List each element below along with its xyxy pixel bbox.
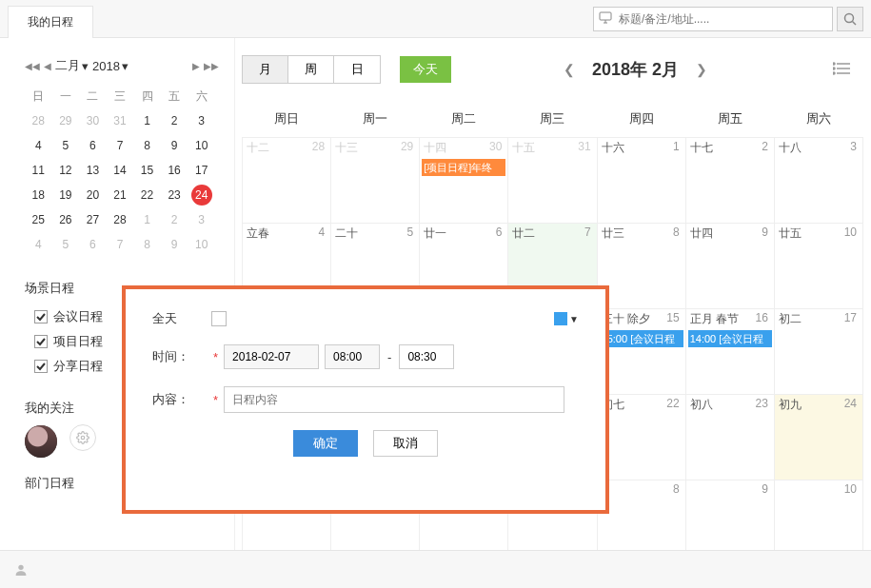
mini-day[interactable]: 4 — [25, 232, 52, 257]
checkbox[interactable] — [34, 360, 48, 373]
mini-day[interactable]: 16 — [161, 158, 188, 183]
mini-day[interactable]: 9 — [161, 133, 188, 158]
day-number: 9 — [762, 225, 768, 239]
mini-day[interactable]: 5 — [52, 133, 80, 158]
mini-day[interactable]: 13 — [79, 158, 107, 183]
color-picker[interactable]: ▼ — [554, 312, 579, 325]
mini-day[interactable]: 1 — [133, 207, 161, 232]
mini-day[interactable]: 12 — [52, 158, 80, 183]
mini-day[interactable]: 25 — [25, 207, 52, 232]
view-month-button[interactable]: 月 — [243, 56, 288, 83]
mini-day[interactable]: 11 — [25, 158, 52, 183]
mini-day[interactable]: 24 — [188, 183, 215, 207]
mini-day[interactable]: 29 — [52, 108, 80, 133]
mini-day[interactable]: 19 — [52, 183, 80, 207]
checkbox[interactable] — [34, 310, 48, 323]
event-chip[interactable]: 14:00 [会议日程 — [688, 330, 772, 347]
start-time-input[interactable] — [325, 344, 380, 369]
view-week-button[interactable]: 周 — [288, 56, 334, 83]
next-month-arrow[interactable]: ▶ — [192, 61, 200, 71]
mini-day[interactable]: 30 — [79, 108, 107, 133]
prev-month-arrow[interactable]: ◀ — [44, 61, 51, 71]
day-number: 29 — [401, 140, 413, 153]
month-select[interactable]: 二月 ▾ — [55, 57, 89, 74]
prev-year-arrow[interactable]: ◀◀ — [25, 61, 40, 71]
content-input[interactable] — [224, 386, 564, 413]
scene-label: 项目日程 — [53, 333, 103, 350]
cancel-button[interactable]: 取消 — [373, 430, 438, 457]
mini-day[interactable]: 22 — [133, 183, 161, 207]
mini-day[interactable]: 23 — [161, 183, 188, 207]
next-month-button[interactable]: ❯ — [696, 62, 707, 77]
day-cell[interactable]: 初八23 — [686, 395, 775, 480]
mini-day[interactable]: 18 — [25, 183, 52, 207]
day-cell[interactable]: 廿三8 — [598, 224, 686, 309]
today-button[interactable]: 今天 — [400, 56, 451, 83]
event-chip[interactable]: 15:00 [会议日程 — [600, 330, 683, 347]
day-cell[interactable]: 十七2 — [686, 138, 775, 224]
day-cell[interactable]: 十三29 — [331, 138, 420, 224]
day-number: 17 — [844, 311, 857, 324]
mini-day[interactable]: 8 — [133, 133, 161, 158]
mini-day[interactable]: 5 — [52, 232, 80, 257]
mini-day[interactable]: 14 — [107, 158, 134, 183]
day-number: 10 — [844, 225, 857, 239]
day-cell[interactable]: 十二28 — [243, 138, 331, 224]
day-cell[interactable]: 十五31 — [508, 138, 597, 224]
mini-day[interactable]: 17 — [188, 158, 215, 183]
mini-weekday: 六 — [188, 84, 215, 108]
mini-day[interactable]: 10 — [188, 232, 215, 257]
mini-day[interactable]: 6 — [79, 232, 107, 257]
mini-day[interactable]: 4 — [25, 133, 52, 158]
mini-day[interactable]: 2 — [161, 108, 188, 133]
next-year-arrow[interactable]: ▶▶ — [204, 61, 219, 71]
search-button[interactable] — [837, 7, 863, 31]
day-cell[interactable]: 十六1 — [598, 138, 686, 224]
mini-day[interactable]: 28 — [107, 207, 134, 232]
view-day-button[interactable]: 日 — [334, 56, 380, 83]
mini-day[interactable]: 26 — [52, 207, 80, 232]
mini-day[interactable]: 8 — [133, 232, 161, 257]
mini-day[interactable]: 3 — [188, 108, 215, 133]
ok-button[interactable]: 确定 — [293, 430, 358, 457]
avatar[interactable] — [25, 425, 57, 458]
svg-point-11 — [833, 72, 835, 74]
day-cell[interactable]: 十八3 — [775, 138, 863, 224]
day-cell[interactable]: 初九24 — [775, 395, 863, 480]
mini-day[interactable]: 15 — [133, 158, 161, 183]
event-chip[interactable]: [项目日程]年终 — [422, 159, 505, 176]
year-select[interactable]: 2018 ▾ — [92, 59, 129, 73]
day-cell[interactable]: 廿四9 — [686, 224, 775, 309]
day-cell[interactable]: 初二17 — [775, 309, 863, 395]
day-number: 8 — [673, 225, 680, 239]
mini-day[interactable]: 10 — [188, 133, 215, 158]
lunar-label: 廿五 — [779, 225, 802, 242]
mini-day[interactable]: 7 — [107, 232, 134, 257]
checkbox[interactable] — [34, 335, 48, 348]
day-cell[interactable]: 三十 除夕1515:00 [会议日程 — [598, 309, 686, 395]
search-input[interactable] — [593, 7, 833, 31]
mini-day[interactable]: 6 — [79, 133, 107, 158]
mini-day[interactable]: 9 — [161, 232, 188, 257]
mini-day[interactable]: 7 — [107, 133, 134, 158]
day-cell[interactable]: 廿五10 — [775, 224, 863, 309]
day-cell[interactable]: 初七22 — [598, 395, 686, 480]
mini-day[interactable]: 3 — [188, 207, 215, 232]
mini-day[interactable]: 20 — [79, 183, 107, 207]
mini-day[interactable]: 2 — [161, 207, 188, 232]
mini-day[interactable]: 1 — [133, 108, 161, 133]
end-time-input[interactable] — [399, 344, 454, 369]
date-input[interactable] — [224, 344, 319, 369]
list-toggle-button[interactable] — [833, 62, 850, 78]
day-cell[interactable]: 正月 春节1614:00 [会议日程 — [686, 309, 775, 395]
tab-my-schedule[interactable]: 我的日程 — [8, 6, 93, 38]
mini-day[interactable]: 28 — [25, 108, 52, 133]
day-cell[interactable]: 十四30[项目日程]年终 — [420, 138, 508, 224]
lunar-label: 十七 — [690, 140, 713, 156]
settings-button[interactable] — [69, 424, 96, 451]
mini-day[interactable]: 31 — [107, 108, 134, 133]
mini-day[interactable]: 21 — [107, 183, 134, 207]
prev-month-button[interactable]: ❮ — [564, 62, 575, 77]
allday-checkbox[interactable] — [211, 311, 227, 326]
mini-day[interactable]: 27 — [79, 207, 107, 232]
